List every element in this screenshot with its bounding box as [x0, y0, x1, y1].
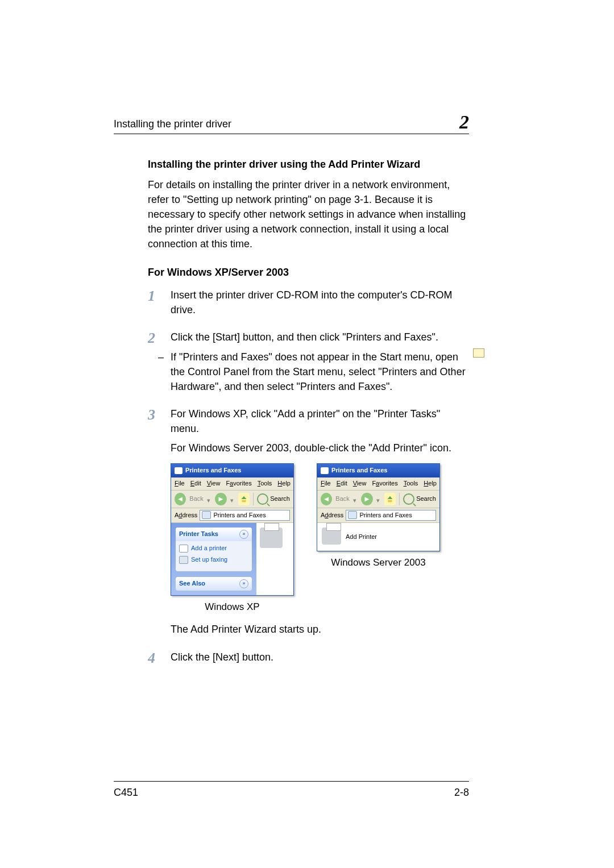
printer-icon — [322, 528, 341, 545]
up-icon[interactable] — [384, 493, 396, 505]
add-printer-item[interactable]: Add Printer — [322, 528, 377, 546]
menu-file[interactable]: File — [321, 479, 331, 488]
step-text-line1: For Windows XP, click "Add a printer" on… — [171, 406, 469, 436]
dropdown-icon[interactable]: ▾ — [376, 496, 381, 501]
dropdown-icon[interactable]: ▾ — [207, 496, 211, 501]
chapter-number: 2 — [459, 114, 469, 131]
xp-window: Printers and Faxes File Edit View Favori… — [171, 463, 294, 596]
search-button[interactable]: Search — [257, 493, 290, 505]
screenshot-server2003: Printers and Faxes File Edit View Favori… — [317, 463, 440, 614]
address-label: Address — [321, 511, 343, 520]
forward-icon[interactable]: ► — [361, 493, 372, 505]
step-text: Click the [Next] button. — [171, 650, 469, 665]
footer-model: C451 — [114, 785, 138, 800]
menu-view[interactable]: View — [207, 479, 221, 488]
menu-view[interactable]: View — [353, 479, 367, 488]
step-text: Click the [Start] button, and then click… — [171, 330, 469, 344]
window-content: Printer Tasks » Add a printer — [171, 523, 293, 595]
screenshot-row: Printers and Faxes File Edit View Favori… — [171, 463, 469, 614]
address-field[interactable]: Printers and Faxes — [200, 510, 290, 521]
menu-file[interactable]: File — [175, 479, 185, 488]
address-label: Address — [175, 511, 197, 520]
printer-icon — [179, 545, 188, 553]
menu-favorites[interactable]: Favorites — [226, 479, 251, 488]
address-value: Printers and Faxes — [359, 511, 412, 520]
folder-icon — [348, 511, 357, 519]
footer-page: 2-8 — [454, 785, 469, 800]
page-footer: C451 2-8 — [114, 781, 469, 800]
address-field[interactable]: Printers and Faxes — [346, 510, 436, 521]
window-title: Printers and Faxes — [185, 466, 241, 475]
step-text: Insert the printer driver CD-ROM into th… — [171, 288, 469, 317]
step-text-line2: For Windows Server 2003, double-click th… — [171, 441, 469, 455]
add-printer-label: Add a printer — [191, 544, 227, 553]
folders-icon[interactable] — [473, 348, 484, 358]
back-icon[interactable]: ◄ — [175, 493, 186, 505]
see-also-label: See Also — [179, 579, 205, 588]
menu-tools[interactable]: Tools — [258, 479, 272, 488]
address-bar: Address Printers and Faxes — [171, 508, 293, 523]
separator — [253, 493, 254, 505]
setup-faxing-link[interactable]: Set up faxing — [179, 555, 248, 564]
address-value: Printers and Faxes — [213, 511, 265, 520]
tasks-pane: Printer Tasks » Add a printer — [171, 523, 256, 595]
step-1: 1 Insert the printer driver CD-ROM into … — [148, 288, 469, 322]
screenshot-xp: Printers and Faxes File Edit View Favori… — [171, 463, 294, 614]
menu-bar: File Edit View Favorites Tools Help — [171, 477, 293, 491]
menu-tools[interactable]: Tools — [404, 479, 418, 488]
step-after-text: The Add Printer Wizard starts up. — [171, 622, 469, 637]
step-3: 3 For Windows XP, click "Add a printer" … — [148, 406, 469, 642]
printer-icon — [321, 467, 329, 474]
see-also-header[interactable]: See Also » — [176, 577, 252, 591]
separator — [399, 493, 400, 505]
add-printer-link[interactable]: Add a printer — [179, 544, 248, 553]
search-icon — [403, 493, 414, 505]
step-number: 3 — [148, 408, 171, 422]
printer-icon — [175, 467, 182, 474]
page-header: Installing the printer driver 2 — [114, 114, 469, 134]
fax-icon — [179, 556, 188, 564]
menu-bar: File Edit View Favorites Tools Help — [317, 477, 439, 491]
window-title: Printers and Faxes — [331, 466, 387, 475]
printer-icon[interactable] — [260, 528, 283, 548]
expand-icon[interactable]: » — [239, 579, 248, 588]
add-printer-label: Add Printer — [346, 533, 377, 542]
step-note: –If "Printers and Faxes" does not appear… — [171, 350, 469, 394]
search-icon — [257, 493, 268, 505]
printer-tasks-header[interactable]: Printer Tasks » — [176, 528, 252, 541]
srv-titlebar: Printers and Faxes — [317, 464, 439, 477]
folder-icon — [202, 511, 211, 519]
screenshot-caption: Windows Server 2003 — [331, 556, 425, 570]
section-title: Installing the printer driver using the … — [148, 157, 469, 172]
toolbar: ◄ Back ▾ ► ▾ Search — [317, 491, 439, 508]
tasks-header-label: Printer Tasks — [179, 530, 218, 539]
xp-titlebar: Printers and Faxes — [171, 464, 293, 477]
toolbar: ◄ Back ▾ ► ▾ Search — [171, 491, 293, 508]
dropdown-icon[interactable]: ▾ — [353, 496, 358, 501]
menu-favorites[interactable]: Favorites — [372, 479, 397, 488]
menu-help[interactable]: Help — [277, 479, 291, 488]
step-4: 4 Click the [Next] button. — [148, 650, 469, 669]
back-icon[interactable]: ◄ — [321, 493, 332, 505]
search-label: Search — [270, 495, 290, 504]
menu-edit[interactable]: Edit — [337, 479, 347, 488]
back-label[interactable]: Back — [189, 495, 203, 504]
search-label: Search — [416, 495, 436, 504]
search-button[interactable]: Search — [403, 493, 436, 505]
address-bar: Address Printers and Faxes — [317, 508, 439, 523]
intro-paragraph: For details on installing the printer dr… — [148, 177, 469, 251]
step-number: 1 — [148, 289, 171, 304]
dropdown-icon[interactable]: ▾ — [230, 496, 235, 501]
forward-icon[interactable]: ► — [215, 493, 226, 505]
step-number: 4 — [148, 651, 171, 666]
up-icon[interactable] — [238, 493, 250, 505]
back-label[interactable]: Back — [335, 495, 349, 504]
see-also-box: See Also » — [176, 577, 252, 591]
menu-help[interactable]: Help — [424, 479, 437, 488]
collapse-icon[interactable]: » — [239, 530, 248, 539]
window-content: Add Printer — [317, 523, 439, 551]
steps-list: 1 Insert the printer driver CD-ROM into … — [148, 288, 469, 668]
menu-edit[interactable]: Edit — [190, 479, 201, 488]
screenshot-caption: Windows XP — [205, 600, 259, 614]
step-number: 2 — [148, 331, 171, 346]
